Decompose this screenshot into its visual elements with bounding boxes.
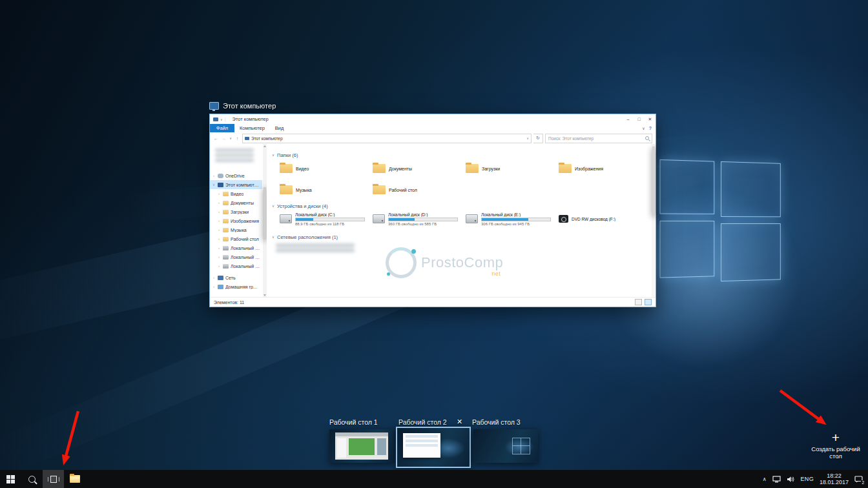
help-icon[interactable]: ?	[649, 126, 652, 130]
chevron-right-icon[interactable]: ›	[217, 201, 221, 205]
file-explorer-button[interactable]	[64, 470, 85, 488]
group-header-network[interactable]: ∨ Сетевые расположения (1)	[272, 234, 338, 240]
thumbnails-view-button[interactable]	[645, 299, 652, 305]
network-item-blurred[interactable]	[276, 242, 355, 255]
search-input[interactable]: Поиск: Этот компьютер	[545, 134, 652, 143]
nav-item-music[interactable]: › Музыка	[210, 225, 262, 234]
nav-item-local-disk-c[interactable]: › Локальный диск (C:)	[210, 243, 262, 252]
forward-button[interactable]: →	[221, 136, 227, 141]
nav-item-pictures[interactable]: › Изображения	[210, 216, 262, 225]
folder-icon	[223, 201, 229, 205]
explorer-window[interactable]: ∨ | Этот компьютер – □ ✕ Файл Компьютер …	[209, 114, 656, 307]
recent-locations-icon[interactable]: ∨	[229, 136, 232, 140]
folder-item-music[interactable]: Музыка	[280, 183, 370, 196]
folder-icon	[223, 219, 229, 223]
drive-usage-bar	[388, 218, 458, 221]
chevron-down-icon[interactable]: ∨	[272, 235, 274, 239]
tab-file[interactable]: Файл	[210, 124, 234, 132]
folder-item-downloads[interactable]: Загрузки	[466, 162, 556, 175]
nav-item-documents[interactable]: › Документы	[210, 198, 262, 207]
drive-item-e[interactable]: Локальный диск (E:) 306 ГБ свободно из 9…	[466, 210, 557, 228]
watermark-suffix: net	[491, 270, 501, 277]
volume-icon[interactable]	[787, 476, 795, 483]
folder-item-pictures[interactable]: Изображения	[559, 162, 649, 175]
chevron-right-icon[interactable]: ›	[217, 264, 221, 268]
notification-badge: 2	[861, 480, 865, 485]
group-header-drives[interactable]: ∨ Устройства и диски (4)	[272, 203, 328, 209]
group-header-folders[interactable]: ∨ Папки (6)	[272, 152, 298, 158]
chevron-right-icon[interactable]: ›	[217, 192, 221, 196]
minimize-button[interactable]: –	[623, 114, 634, 124]
window-title: Этот компьютер	[232, 116, 269, 122]
nav-item-this-pc[interactable]: ∨ Этот компьютер	[210, 180, 262, 189]
windows-logo-pane	[721, 161, 781, 217]
action-center-button[interactable]: 2	[854, 476, 863, 483]
drive-icon	[373, 214, 385, 223]
desktop-1-thumbnail[interactable]	[329, 429, 394, 463]
maximize-button[interactable]: □	[634, 114, 645, 124]
folder-item-documents[interactable]: Документы	[373, 162, 463, 175]
desktop-3-thumbnail[interactable]	[473, 429, 538, 463]
clock[interactable]: 18:22 18.01.2017	[820, 473, 849, 485]
nav-item-onedrive[interactable]: › OneDrive	[210, 171, 262, 180]
drive-usage-bar	[481, 218, 551, 221]
chevron-down-icon[interactable]: ∨	[220, 117, 223, 121]
up-button[interactable]: ↑	[234, 136, 240, 141]
chevron-right-icon[interactable]: ›	[212, 174, 216, 178]
chevron-down-icon[interactable]: ∨	[212, 183, 216, 187]
window-controls: – □ ✕	[623, 114, 656, 124]
chevron-right-icon[interactable]: ›	[217, 246, 221, 250]
chevron-right-icon[interactable]: ›	[212, 285, 216, 289]
nav-item-desktop[interactable]: › Рабочий стол	[210, 234, 262, 243]
chevron-right-icon[interactable]: ›	[217, 237, 221, 241]
new-desktop-button[interactable]: + Создать рабочий стол	[805, 431, 867, 460]
refresh-button[interactable]: ↻	[533, 134, 543, 143]
quick-access-toolbar[interactable]: ∨ |	[210, 117, 226, 121]
drive-item-d[interactable]: Локальный диск (D:) 360 ГБ свободно из 5…	[373, 210, 464, 228]
plus-icon[interactable]: +	[805, 431, 867, 444]
drive-item-c[interactable]: Локальный диск (C:) 88,9 ГБ свободно из …	[280, 210, 371, 228]
chevron-down-icon[interactable]: ∨	[526, 136, 529, 140]
nav-item-videos[interactable]: › Видео	[210, 189, 262, 198]
window-preview-this-pc[interactable]: Этот компьютер ∨ | Этот компьютер – □ ✕ …	[209, 99, 656, 307]
close-desktop-2-button[interactable]: ✕	[457, 418, 462, 426]
ribbon-tabs: Файл Компьютер Вид ∨ ?	[210, 124, 656, 133]
chevron-right-icon[interactable]: ›	[217, 255, 221, 259]
windows-logo-icon	[6, 475, 15, 483]
content-scrollbar[interactable]	[652, 144, 656, 298]
chevron-down-icon[interactable]: ∨	[272, 153, 274, 157]
drive-item-dvd[interactable]: DVD RW дисковод (F:)	[559, 210, 650, 228]
task-view-button[interactable]	[43, 470, 64, 488]
language-indicator[interactable]: ENG	[801, 476, 814, 482]
nav-item-network[interactable]: › Сеть	[210, 273, 262, 282]
nav-item-homegroup[interactable]: › Домашняя группа	[210, 282, 262, 291]
nav-item-local-disk-d[interactable]: › Локальный диск (D:)	[210, 252, 262, 261]
show-hidden-icons-button[interactable]: ∧	[763, 476, 767, 482]
nav-item-local-disk-e[interactable]: › Локальный диск (E:)	[210, 261, 262, 270]
folder-item-videos[interactable]: Видео	[280, 162, 370, 175]
address-bar: ← → ∨ ↑ Этот компьютер ∨ ↻ Поиск: Этот к…	[210, 132, 656, 145]
back-button[interactable]: ←	[213, 136, 219, 141]
chevron-right-icon[interactable]: ›	[217, 228, 221, 232]
close-button[interactable]: ✕	[645, 114, 656, 124]
tab-view[interactable]: Вид	[270, 124, 289, 132]
start-button[interactable]	[0, 470, 21, 488]
tab-computer[interactable]: Компьютер	[234, 124, 270, 132]
tray-date: 18.01.2017	[820, 479, 849, 485]
desktop-2-thumbnail-selected[interactable]	[396, 427, 471, 468]
details-view-button[interactable]	[635, 299, 642, 305]
folder-item-desktop[interactable]: Рабочий стол	[373, 183, 463, 196]
chevron-right-icon[interactable]: ›	[212, 276, 216, 280]
address-box[interactable]: Этот компьютер ∨	[242, 134, 532, 143]
nav-item-downloads[interactable]: › Загрузки	[210, 207, 262, 216]
divider: |	[225, 117, 226, 121]
ribbon-collapse-icon[interactable]: ∨	[642, 126, 645, 130]
network-icon[interactable]	[772, 476, 781, 483]
ribbon-right-controls: ∨ ?	[642, 124, 656, 132]
watermark-text: ProstoComp net	[421, 254, 503, 271]
search-button[interactable]	[21, 470, 43, 488]
chevron-down-icon[interactable]: ∨	[272, 204, 274, 208]
chevron-right-icon[interactable]: ›	[217, 210, 221, 214]
chevron-right-icon[interactable]: ›	[217, 219, 221, 223]
homegroup-icon	[218, 285, 223, 289]
